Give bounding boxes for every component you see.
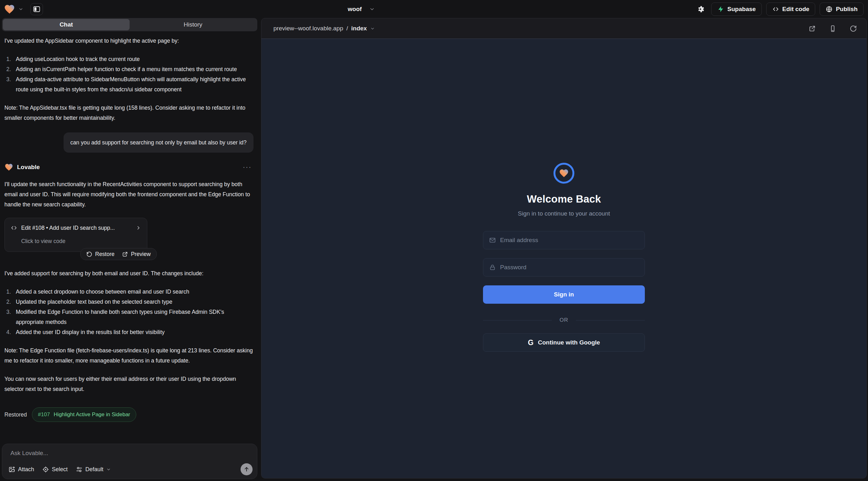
list-item: Updated the placeholder text based on th…	[4, 297, 253, 307]
publish-button[interactable]: Publish	[819, 3, 864, 16]
assistant-paragraph: I'll update the search functionality in …	[4, 179, 253, 210]
assistant-list: Added a select dropdown to choose betwee…	[4, 287, 253, 337]
page-title: Welcome Back	[527, 193, 601, 205]
email-placeholder: Email address	[500, 237, 538, 244]
assistant-note: Note: The AppSidebar.tsx file is getting…	[4, 103, 253, 123]
mobile-view-icon[interactable]	[829, 25, 836, 32]
supabase-bolt-icon	[717, 6, 724, 13]
list-item: Added a select dropdown to choose betwee…	[4, 287, 253, 297]
chevron-down-icon	[106, 467, 111, 472]
preview-button[interactable]: Preview	[122, 249, 151, 259]
password-field[interactable]: Password	[483, 258, 645, 277]
edit-card-title: Edit #108 • Add user ID search supp...	[21, 223, 115, 233]
list-item: Adding an isCurrentPath helper function …	[4, 64, 253, 74]
lovable-avatar-heart-icon	[4, 163, 13, 171]
sidebar-toggle-button[interactable]	[30, 3, 43, 15]
chat-history-tabs: Chat History	[2, 18, 257, 31]
continue-with-google-button[interactable]: G Continue with Google	[483, 333, 645, 352]
page-subtitle: Sign in to continue to your account	[518, 210, 610, 217]
supabase-button[interactable]: Supabase	[711, 3, 762, 16]
assistant-paragraph: You can now search for users by either t…	[4, 374, 253, 394]
app-logo	[554, 163, 575, 184]
assistant-list: Adding useLocation hook to track the cur…	[4, 54, 253, 95]
tab-history[interactable]: History	[130, 19, 256, 30]
google-g-icon: G	[528, 339, 533, 347]
assistant-paragraph: I've updated the AppSidebar component to…	[4, 36, 253, 46]
arrow-up-icon	[243, 466, 250, 473]
user-message-bubble: can you add support for searching not on…	[64, 132, 253, 153]
restored-version-badge[interactable]: #107 Highlight Active Page in Sidebar	[32, 407, 136, 422]
crosshair-icon	[42, 466, 49, 473]
send-button[interactable]	[241, 463, 253, 475]
select-element-button[interactable]: Select	[42, 466, 68, 473]
restored-row: Restored #107 Highlight Active Page in S…	[4, 407, 253, 422]
preview-url-bar: preview--woof.lovable.app / index	[261, 18, 866, 38]
assistant-note: Note: The Edge Function file (fetch-fire…	[4, 345, 253, 366]
sign-in-button[interactable]: Sign in	[483, 285, 645, 304]
mail-icon	[489, 237, 496, 244]
list-item: Modified the Edge Function to handle bot…	[4, 307, 253, 327]
preview-app-content: Welcome Back Sign in to continue to your…	[261, 38, 866, 478]
mode-selector[interactable]: Default	[76, 466, 111, 473]
edit-code-button[interactable]: Edit code	[766, 3, 815, 16]
assistant-paragraph: I've added support for searching by both…	[4, 268, 253, 279]
code-brackets-icon	[10, 224, 18, 231]
edit-card-subtitle: Click to view code	[21, 236, 141, 246]
lock-icon	[489, 264, 496, 271]
or-divider: OR	[483, 317, 645, 323]
top-bar: woof Supabase Edit code Publi	[0, 0, 868, 18]
chat-messages: I've updated the AppSidebar component to…	[0, 31, 259, 441]
settings-gear-icon[interactable]	[694, 3, 707, 15]
restore-icon	[86, 251, 92, 257]
attach-button[interactable]: Attach	[8, 466, 34, 473]
open-in-new-tab-icon[interactable]	[809, 25, 816, 32]
message-menu-ellipsis-icon[interactable]: ···	[243, 162, 253, 172]
url-host: preview--woof.lovable.app	[273, 25, 343, 32]
restored-label: Restored	[4, 410, 27, 420]
lovable-logo-icon[interactable]	[4, 3, 15, 15]
image-plus-icon	[8, 466, 15, 473]
workspace-chevron-down-icon[interactable]	[18, 7, 23, 12]
password-placeholder: Password	[500, 264, 526, 271]
assistant-header: Lovable ···	[4, 162, 253, 172]
preview-panel: preview--woof.lovable.app / index	[261, 18, 867, 478]
chevron-down-icon	[370, 26, 375, 31]
edit-version-card[interactable]: Edit #108 • Add user ID search supp... C…	[4, 218, 147, 252]
list-item: Added the user ID display in the results…	[4, 327, 253, 337]
globe-icon	[826, 6, 833, 13]
email-field[interactable]: Email address	[483, 231, 645, 249]
url-page: index	[351, 25, 367, 32]
refresh-icon[interactable]	[850, 25, 857, 32]
chevron-right-icon	[135, 225, 141, 231]
sign-in-form: Email address Password Sign in OR G Cont…	[483, 217, 645, 352]
code-brackets-icon	[772, 6, 779, 13]
heart-icon	[559, 168, 569, 178]
sliders-icon	[76, 466, 83, 473]
tab-chat[interactable]: Chat	[3, 19, 130, 30]
assistant-name: Lovable	[17, 162, 40, 172]
chat-panel: Chat History I've updated the AppSidebar…	[0, 18, 259, 481]
external-link-icon	[122, 251, 128, 257]
composer-input[interactable]: Ask Lovable...	[10, 450, 48, 457]
project-chevron-down-icon[interactable]	[369, 6, 375, 12]
project-name[interactable]: woof	[348, 6, 362, 13]
or-label: OR	[559, 317, 568, 323]
list-item: Adding useLocation hook to track the cur…	[4, 54, 253, 64]
edit-card-actions: Restore Preview	[80, 248, 157, 260]
preview-url[interactable]: preview--woof.lovable.app / index	[273, 25, 375, 32]
list-item: Adding data-active attribute to SidebarM…	[4, 74, 253, 95]
version-id: #107	[38, 410, 50, 420]
restore-button[interactable]: Restore	[86, 249, 115, 259]
chat-composer[interactable]: Ask Lovable... Attach Select	[2, 444, 257, 479]
url-separator: /	[346, 25, 348, 32]
version-title: Highlight Active Page in Sidebar	[54, 410, 130, 420]
